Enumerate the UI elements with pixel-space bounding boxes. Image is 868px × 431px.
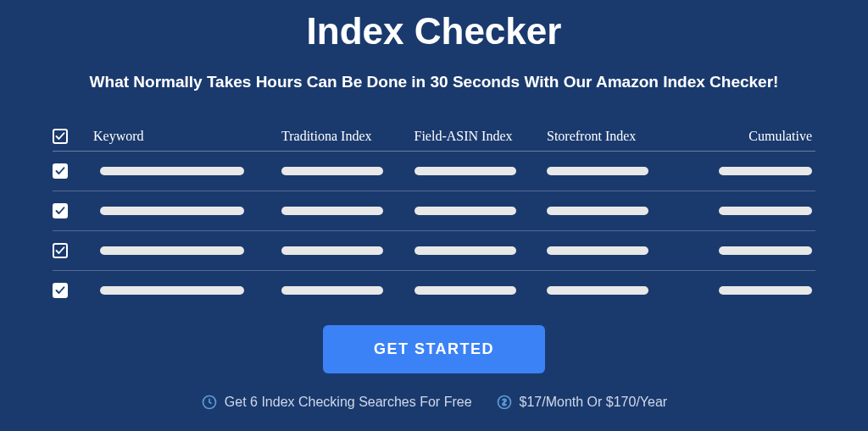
cell-field-asin xyxy=(415,246,548,255)
placeholder-bar xyxy=(547,167,648,175)
placeholder-bar xyxy=(719,207,812,215)
page-title: Index Checker xyxy=(307,10,562,52)
header-keyword: Keyword xyxy=(86,129,281,144)
index-table: Keyword Traditiona Index Field-ASIN Inde… xyxy=(53,122,815,310)
placeholder-bar xyxy=(719,167,812,175)
cell-traditional xyxy=(281,246,415,255)
placeholder-bar xyxy=(547,207,648,215)
header-traditional: Traditiona Index xyxy=(281,129,415,144)
footer: Get 6 Index Checking Searches For Free $… xyxy=(201,394,667,411)
cell-storefront xyxy=(547,167,680,175)
placeholder-bar xyxy=(100,207,244,215)
table-row xyxy=(53,271,815,310)
placeholder-bar xyxy=(100,246,244,255)
cell-keyword xyxy=(86,167,281,175)
table-row xyxy=(53,191,815,231)
placeholder-bar xyxy=(281,207,383,215)
row-checkbox-cell xyxy=(53,203,86,218)
placeholder-bar xyxy=(281,246,383,255)
cell-cumulative xyxy=(680,167,816,175)
cell-storefront xyxy=(547,286,680,295)
cell-keyword xyxy=(86,286,281,295)
get-started-button[interactable]: GET STARTED xyxy=(323,325,545,373)
placeholder-bar xyxy=(719,246,812,255)
cell-keyword xyxy=(86,246,281,255)
table-row xyxy=(53,231,815,271)
row-checkbox-cell xyxy=(53,163,86,179)
placeholder-bar xyxy=(281,286,383,295)
placeholder-bar xyxy=(415,207,516,215)
placeholder-bar xyxy=(547,246,648,255)
row-checkbox-cell xyxy=(53,283,86,298)
check-icon xyxy=(55,246,65,256)
cell-cumulative xyxy=(680,286,816,295)
cell-field-asin xyxy=(415,286,548,295)
cell-traditional xyxy=(281,207,415,215)
select-all-checkbox[interactable] xyxy=(53,129,68,144)
dollar-icon xyxy=(496,394,513,411)
page-container: Index Checker What Normally Takes Hours … xyxy=(0,0,868,431)
cell-cumulative xyxy=(680,207,816,215)
placeholder-bar xyxy=(415,167,516,175)
cell-field-asin xyxy=(415,207,548,215)
placeholder-bar xyxy=(719,286,812,295)
page-subtitle: What Normally Takes Hours Can Be Done in… xyxy=(90,69,779,95)
row-checkbox-cell xyxy=(53,243,86,258)
placeholder-bar xyxy=(100,167,244,175)
row-checkbox[interactable] xyxy=(53,243,68,258)
header-storefront: Storefront Index xyxy=(547,129,680,144)
placeholder-bar xyxy=(415,286,516,295)
cell-storefront xyxy=(547,246,680,255)
cell-traditional xyxy=(281,167,415,175)
placeholder-bar xyxy=(100,286,244,295)
footer-pricing-text: $17/Month Or $170/Year xyxy=(520,395,668,410)
table-header-row: Keyword Traditiona Index Field-ASIN Inde… xyxy=(53,122,815,152)
header-checkbox-cell xyxy=(53,129,86,144)
header-cumulative: Cumulative xyxy=(680,129,816,144)
check-icon xyxy=(55,285,65,296)
clock-icon xyxy=(201,394,218,411)
header-field-asin: Field-ASIN Index xyxy=(415,129,548,144)
row-checkbox[interactable] xyxy=(53,203,68,218)
cell-field-asin xyxy=(415,167,548,175)
cell-cumulative xyxy=(680,246,816,255)
footer-pricing: $17/Month Or $170/Year xyxy=(496,394,668,411)
cell-storefront xyxy=(547,207,680,215)
check-icon xyxy=(55,131,65,141)
footer-free-text: Get 6 Index Checking Searches For Free xyxy=(225,395,472,410)
cell-traditional xyxy=(281,286,415,295)
row-checkbox[interactable] xyxy=(53,283,68,298)
placeholder-bar xyxy=(415,246,516,255)
row-checkbox[interactable] xyxy=(53,163,68,179)
cell-keyword xyxy=(86,207,281,215)
placeholder-bar xyxy=(547,286,648,295)
check-icon xyxy=(55,206,65,216)
check-icon xyxy=(55,166,65,176)
footer-free-searches: Get 6 Index Checking Searches For Free xyxy=(201,394,472,411)
table-row xyxy=(53,152,815,191)
placeholder-bar xyxy=(281,167,383,175)
